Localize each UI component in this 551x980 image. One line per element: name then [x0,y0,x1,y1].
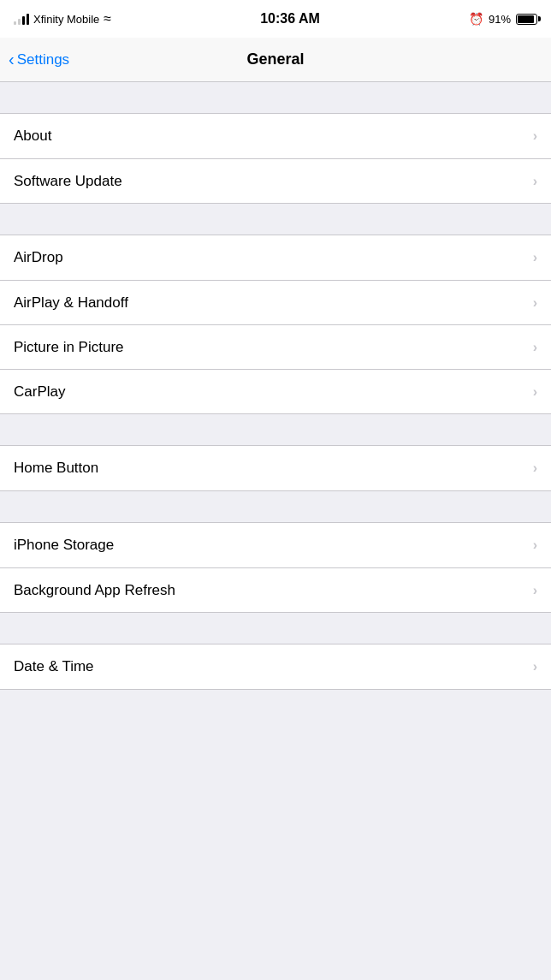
row-about[interactable]: About › [0,114,551,158]
row-carplay[interactable]: CarPlay › [0,369,551,413]
section-gap-bottom [0,690,551,721]
back-label: Settings [17,51,69,68]
chevron-carplay-icon: › [533,384,537,400]
row-date-time[interactable]: Date & Time › [0,644,551,689]
section-gap-4 [0,613,551,644]
back-button[interactable]: ‹ Settings [9,51,69,68]
row-airdrop[interactable]: AirDrop › [0,235,551,280]
row-background-app-refresh-label: Background App Refresh [14,582,175,599]
battery-icon [516,14,537,25]
section-gap-3 [0,491,551,522]
row-picture-in-picture[interactable]: Picture in Picture › [0,324,551,369]
status-right: ⏰ 91% [469,12,537,26]
row-date-time-label: Date & Time [14,658,94,675]
row-home-button-label: Home Button [14,460,98,477]
row-about-label: About [14,128,51,145]
status-time: 10:36 AM [260,11,320,27]
nav-bar: ‹ Settings General [0,38,551,82]
section-gap-2 [0,414,551,445]
status-bar: Xfinity Mobile ≈ 10:36 AM ⏰ 91% [0,0,551,38]
chevron-software-update-icon: › [533,174,537,189]
chevron-date-time-icon: › [533,659,537,674]
section-2-group: AirDrop › AirPlay & Handoff › Picture in… [0,235,551,414]
row-airplay-handoff-label: AirPlay & Handoff [14,294,128,312]
back-chevron-icon: ‹ [9,50,15,68]
row-home-button[interactable]: Home Button › [0,446,551,490]
chevron-picture-in-picture-icon: › [533,340,537,355]
wifi-icon: ≈ [104,11,111,27]
row-carplay-label: CarPlay [14,383,65,401]
chevron-about-icon: › [533,128,537,144]
section-3-group: Home Button › [0,445,551,491]
section-gap-top [0,82,551,113]
chevron-airdrop-icon: › [533,250,537,265]
section-1-group: About › Software Update › [0,113,551,204]
section-5-group: Date & Time › [0,644,551,690]
row-iphone-storage-label: iPhone Storage [14,537,114,554]
row-software-update[interactable]: Software Update › [0,158,551,203]
section-gap-1 [0,204,551,235]
section-4-group: iPhone Storage › Background App Refresh … [0,522,551,613]
status-left: Xfinity Mobile ≈ [14,11,111,27]
row-iphone-storage[interactable]: iPhone Storage › [0,523,551,567]
chevron-airplay-handoff-icon: › [533,295,537,311]
row-background-app-refresh[interactable]: Background App Refresh › [0,567,551,612]
row-software-update-label: Software Update [14,173,122,190]
battery-pct-label: 91% [489,13,511,26]
carrier-label: Xfinity Mobile [33,13,99,26]
alarm-icon: ⏰ [469,12,483,26]
chevron-iphone-storage-icon: › [533,538,537,553]
row-airplay-handoff[interactable]: AirPlay & Handoff › [0,280,551,324]
chevron-home-button-icon: › [533,460,537,476]
row-picture-in-picture-label: Picture in Picture [14,339,124,356]
row-airdrop-label: AirDrop [14,249,63,266]
page-title: General [246,50,304,68]
signal-icon [14,13,29,25]
chevron-background-app-refresh-icon: › [533,583,537,598]
